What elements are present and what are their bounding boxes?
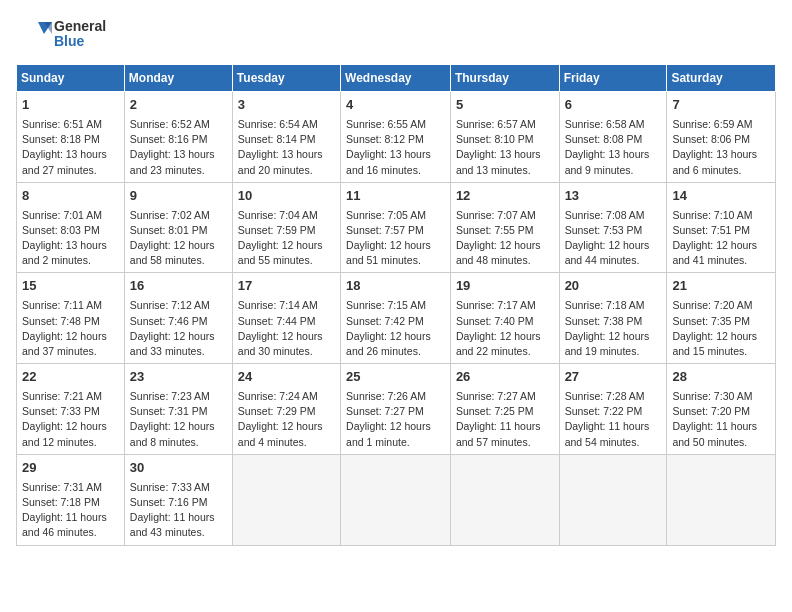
column-header-friday: Friday xyxy=(559,65,667,92)
calendar-cell: 2Sunrise: 6:52 AM Sunset: 8:16 PM Daylig… xyxy=(124,92,232,183)
calendar-cell: 1Sunrise: 6:51 AM Sunset: 8:18 PM Daylig… xyxy=(17,92,125,183)
day-number: 22 xyxy=(22,368,119,387)
day-detail: Sunrise: 7:33 AM Sunset: 7:16 PM Dayligh… xyxy=(130,480,227,541)
day-detail: Sunrise: 7:23 AM Sunset: 7:31 PM Dayligh… xyxy=(130,389,227,450)
day-detail: Sunrise: 7:17 AM Sunset: 7:40 PM Dayligh… xyxy=(456,298,554,359)
day-detail: Sunrise: 6:59 AM Sunset: 8:06 PM Dayligh… xyxy=(672,117,770,178)
day-detail: Sunrise: 7:27 AM Sunset: 7:25 PM Dayligh… xyxy=(456,389,554,450)
calendar-cell: 28Sunrise: 7:30 AM Sunset: 7:20 PM Dayli… xyxy=(667,364,776,455)
day-detail: Sunrise: 6:57 AM Sunset: 8:10 PM Dayligh… xyxy=(456,117,554,178)
calendar-cell xyxy=(450,454,559,545)
day-detail: Sunrise: 7:21 AM Sunset: 7:33 PM Dayligh… xyxy=(22,389,119,450)
day-detail: Sunrise: 7:30 AM Sunset: 7:20 PM Dayligh… xyxy=(672,389,770,450)
column-header-monday: Monday xyxy=(124,65,232,92)
calendar-cell: 25Sunrise: 7:26 AM Sunset: 7:27 PM Dayli… xyxy=(341,364,451,455)
day-detail: Sunrise: 6:51 AM Sunset: 8:18 PM Dayligh… xyxy=(22,117,119,178)
calendar-cell: 10Sunrise: 7:04 AM Sunset: 7:59 PM Dayli… xyxy=(232,182,340,273)
calendar-cell: 9Sunrise: 7:02 AM Sunset: 8:01 PM Daylig… xyxy=(124,182,232,273)
day-detail: Sunrise: 7:11 AM Sunset: 7:48 PM Dayligh… xyxy=(22,298,119,359)
day-number: 19 xyxy=(456,277,554,296)
day-detail: Sunrise: 7:26 AM Sunset: 7:27 PM Dayligh… xyxy=(346,389,445,450)
column-header-wednesday: Wednesday xyxy=(341,65,451,92)
day-detail: Sunrise: 7:24 AM Sunset: 7:29 PM Dayligh… xyxy=(238,389,335,450)
day-detail: Sunrise: 7:15 AM Sunset: 7:42 PM Dayligh… xyxy=(346,298,445,359)
day-detail: Sunrise: 7:18 AM Sunset: 7:38 PM Dayligh… xyxy=(565,298,662,359)
calendar-cell: 7Sunrise: 6:59 AM Sunset: 8:06 PM Daylig… xyxy=(667,92,776,183)
day-detail: Sunrise: 6:58 AM Sunset: 8:08 PM Dayligh… xyxy=(565,117,662,178)
day-detail: Sunrise: 7:08 AM Sunset: 7:53 PM Dayligh… xyxy=(565,208,662,269)
calendar-cell: 27Sunrise: 7:28 AM Sunset: 7:22 PM Dayli… xyxy=(559,364,667,455)
day-number: 21 xyxy=(672,277,770,296)
day-number: 3 xyxy=(238,96,335,115)
day-number: 6 xyxy=(565,96,662,115)
day-number: 25 xyxy=(346,368,445,387)
day-number: 14 xyxy=(672,187,770,206)
day-detail: Sunrise: 7:01 AM Sunset: 8:03 PM Dayligh… xyxy=(22,208,119,269)
calendar-cell: 8Sunrise: 7:01 AM Sunset: 8:03 PM Daylig… xyxy=(17,182,125,273)
day-detail: Sunrise: 7:20 AM Sunset: 7:35 PM Dayligh… xyxy=(672,298,770,359)
calendar-cell: 15Sunrise: 7:11 AM Sunset: 7:48 PM Dayli… xyxy=(17,273,125,364)
column-header-thursday: Thursday xyxy=(450,65,559,92)
calendar-table: SundayMondayTuesdayWednesdayThursdayFrid… xyxy=(16,64,776,546)
day-detail: Sunrise: 7:14 AM Sunset: 7:44 PM Dayligh… xyxy=(238,298,335,359)
calendar-cell: 13Sunrise: 7:08 AM Sunset: 7:53 PM Dayli… xyxy=(559,182,667,273)
calendar-cell: 22Sunrise: 7:21 AM Sunset: 7:33 PM Dayli… xyxy=(17,364,125,455)
calendar-cell: 3Sunrise: 6:54 AM Sunset: 8:14 PM Daylig… xyxy=(232,92,340,183)
calendar-cell: 11Sunrise: 7:05 AM Sunset: 7:57 PM Dayli… xyxy=(341,182,451,273)
day-number: 5 xyxy=(456,96,554,115)
day-detail: Sunrise: 7:04 AM Sunset: 7:59 PM Dayligh… xyxy=(238,208,335,269)
day-number: 27 xyxy=(565,368,662,387)
calendar-cell: 4Sunrise: 6:55 AM Sunset: 8:12 PM Daylig… xyxy=(341,92,451,183)
week-row-2: 8Sunrise: 7:01 AM Sunset: 8:03 PM Daylig… xyxy=(17,182,776,273)
calendar-cell: 29Sunrise: 7:31 AM Sunset: 7:18 PM Dayli… xyxy=(17,454,125,545)
day-number: 29 xyxy=(22,459,119,478)
column-header-tuesday: Tuesday xyxy=(232,65,340,92)
calendar-cell: 23Sunrise: 7:23 AM Sunset: 7:31 PM Dayli… xyxy=(124,364,232,455)
day-number: 20 xyxy=(565,277,662,296)
day-number: 10 xyxy=(238,187,335,206)
calendar-cell xyxy=(667,454,776,545)
day-number: 1 xyxy=(22,96,119,115)
day-number: 26 xyxy=(456,368,554,387)
logo: General Blue xyxy=(16,16,106,52)
day-number: 30 xyxy=(130,459,227,478)
calendar-cell: 24Sunrise: 7:24 AM Sunset: 7:29 PM Dayli… xyxy=(232,364,340,455)
calendar-cell xyxy=(559,454,667,545)
calendar-body: 1Sunrise: 6:51 AM Sunset: 8:18 PM Daylig… xyxy=(17,92,776,546)
day-detail: Sunrise: 7:07 AM Sunset: 7:55 PM Dayligh… xyxy=(456,208,554,269)
calendar-cell: 17Sunrise: 7:14 AM Sunset: 7:44 PM Dayli… xyxy=(232,273,340,364)
day-detail: Sunrise: 6:52 AM Sunset: 8:16 PM Dayligh… xyxy=(130,117,227,178)
day-number: 15 xyxy=(22,277,119,296)
day-number: 7 xyxy=(672,96,770,115)
calendar-header-row: SundayMondayTuesdayWednesdayThursdayFrid… xyxy=(17,65,776,92)
day-detail: Sunrise: 6:54 AM Sunset: 8:14 PM Dayligh… xyxy=(238,117,335,178)
day-number: 28 xyxy=(672,368,770,387)
day-number: 2 xyxy=(130,96,227,115)
calendar-cell: 30Sunrise: 7:33 AM Sunset: 7:16 PM Dayli… xyxy=(124,454,232,545)
calendar-cell xyxy=(341,454,451,545)
logo-bird-icon xyxy=(16,16,52,52)
day-detail: Sunrise: 7:02 AM Sunset: 8:01 PM Dayligh… xyxy=(130,208,227,269)
calendar-cell: 26Sunrise: 7:27 AM Sunset: 7:25 PM Dayli… xyxy=(450,364,559,455)
page-header: General Blue xyxy=(16,16,776,52)
column-header-saturday: Saturday xyxy=(667,65,776,92)
calendar-cell: 20Sunrise: 7:18 AM Sunset: 7:38 PM Dayli… xyxy=(559,273,667,364)
week-row-3: 15Sunrise: 7:11 AM Sunset: 7:48 PM Dayli… xyxy=(17,273,776,364)
day-number: 8 xyxy=(22,187,119,206)
calendar-cell: 19Sunrise: 7:17 AM Sunset: 7:40 PM Dayli… xyxy=(450,273,559,364)
day-number: 13 xyxy=(565,187,662,206)
calendar-cell: 21Sunrise: 7:20 AM Sunset: 7:35 PM Dayli… xyxy=(667,273,776,364)
day-detail: Sunrise: 6:55 AM Sunset: 8:12 PM Dayligh… xyxy=(346,117,445,178)
calendar-cell: 16Sunrise: 7:12 AM Sunset: 7:46 PM Dayli… xyxy=(124,273,232,364)
day-number: 23 xyxy=(130,368,227,387)
column-header-sunday: Sunday xyxy=(17,65,125,92)
day-number: 4 xyxy=(346,96,445,115)
logo-text-general: General xyxy=(54,19,106,34)
calendar-cell: 6Sunrise: 6:58 AM Sunset: 8:08 PM Daylig… xyxy=(559,92,667,183)
calendar-cell xyxy=(232,454,340,545)
day-detail: Sunrise: 7:31 AM Sunset: 7:18 PM Dayligh… xyxy=(22,480,119,541)
day-detail: Sunrise: 7:05 AM Sunset: 7:57 PM Dayligh… xyxy=(346,208,445,269)
calendar-cell: 12Sunrise: 7:07 AM Sunset: 7:55 PM Dayli… xyxy=(450,182,559,273)
day-number: 24 xyxy=(238,368,335,387)
week-row-5: 29Sunrise: 7:31 AM Sunset: 7:18 PM Dayli… xyxy=(17,454,776,545)
